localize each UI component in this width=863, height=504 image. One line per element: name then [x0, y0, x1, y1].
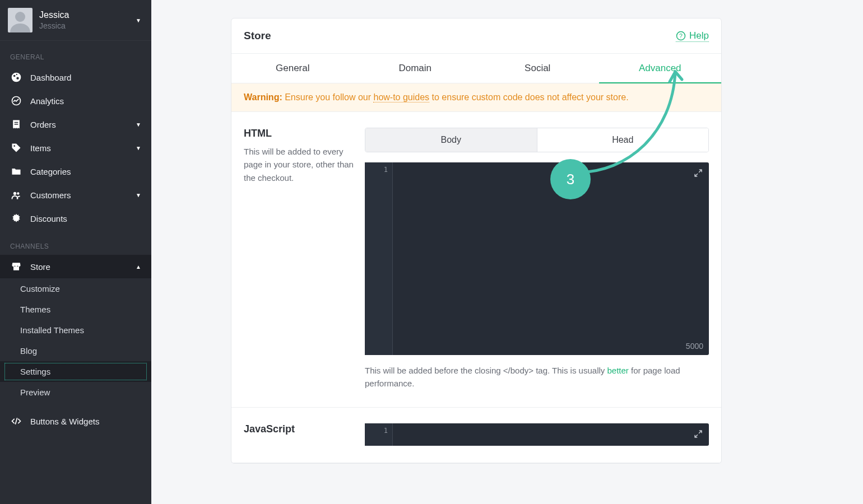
sidebar-item-label: Store: [30, 262, 50, 272]
subnav-customize[interactable]: Customize: [0, 278, 151, 299]
tab-label: Social: [525, 63, 550, 73]
subnav-settings[interactable]: Settings: [0, 361, 151, 382]
chevron-down-icon: ▼: [136, 17, 141, 24]
code-body[interactable]: [393, 423, 709, 446]
subnav-label: Blog: [20, 346, 37, 356]
sidebar-item-label: Discounts: [30, 214, 67, 223]
subnav-installed-themes[interactable]: Installed Themes: [0, 320, 151, 340]
sidebar-item-label: Dashboard: [30, 73, 71, 82]
tab-advanced[interactable]: Advanced: [599, 54, 722, 83]
svg-rect-7: [15, 122, 18, 123]
sidebar-item-label: Items: [30, 143, 51, 153]
sidebar-item-discounts[interactable]: Discounts: [0, 207, 151, 230]
svg-rect-12: [13, 267, 19, 270]
sidebar-item-label: Buttons & Widgets: [30, 417, 99, 426]
segment-head[interactable]: Head: [537, 128, 709, 152]
subnav-label: Preview: [20, 388, 50, 397]
svg-point-0: [15, 12, 25, 22]
svg-point-5: [16, 74, 17, 75]
tab-label: Advanced: [639, 63, 681, 73]
tabs: General Domain Social Advanced: [231, 54, 721, 83]
user-menu[interactable]: Jessica Jessica ▼: [0, 0, 151, 41]
subnav-blog[interactable]: Blog: [0, 340, 151, 361]
subnav-themes[interactable]: Themes: [0, 299, 151, 320]
chevron-down-icon: ▼: [136, 122, 141, 128]
segment-body[interactable]: Body: [365, 128, 537, 152]
burst-icon: [10, 212, 22, 225]
tag-icon: [10, 142, 22, 154]
code-body[interactable]: [393, 162, 709, 355]
js-section-left: JavaScript: [244, 423, 365, 446]
char-counter: 5000: [686, 342, 703, 351]
globe-icon: [10, 71, 22, 83]
body-head-segmented: Body Head: [365, 128, 709, 152]
sidebar-item-customers[interactable]: Customers ▼: [0, 183, 151, 207]
html-section-right: Body Head 1 5000 This will be added befo…: [365, 128, 709, 390]
line-number: 1: [384, 427, 388, 435]
svg-point-3: [13, 75, 16, 77]
expand-icon[interactable]: [693, 168, 703, 178]
tab-label: General: [276, 63, 309, 73]
analytics-icon: [10, 95, 22, 107]
section-label-general: GENERAL: [0, 41, 151, 66]
tab-social[interactable]: Social: [476, 54, 599, 83]
better-link[interactable]: better: [607, 366, 628, 375]
js-section-right: 1: [365, 423, 709, 446]
tab-general[interactable]: General: [231, 54, 354, 83]
js-code-editor[interactable]: 1: [365, 423, 709, 446]
chevron-down-icon: ▼: [136, 145, 141, 151]
segment-label: Head: [612, 135, 633, 144]
tab-domain[interactable]: Domain: [354, 54, 477, 83]
sidebar-item-label: Orders: [30, 120, 56, 129]
js-section: JavaScript 1: [231, 408, 721, 463]
annotation-step-badge: 3: [550, 159, 591, 199]
html-code-editor[interactable]: 1 5000: [365, 162, 709, 355]
folder-icon: [10, 165, 22, 178]
section-label-channels: CHANNELS: [0, 230, 151, 255]
sidebar-item-label: Customers: [30, 190, 71, 200]
sidebar: Jessica Jessica ▼ GENERAL Dashboard Anal…: [0, 0, 151, 504]
svg-point-11: [17, 192, 19, 194]
code-gutter: 1: [365, 423, 393, 446]
sidebar-item-dashboard[interactable]: Dashboard: [0, 66, 151, 89]
sidebar-item-label: Categories: [30, 167, 71, 176]
help-link[interactable]: ? Help: [676, 30, 709, 42]
sidebar-item-categories[interactable]: Categories: [0, 160, 151, 183]
code-gutter: 1: [365, 162, 393, 355]
subnav-label: Customize: [20, 284, 60, 293]
user-subtitle: Jessica: [39, 21, 69, 30]
html-section-desc: This will be added to every page in your…: [244, 145, 354, 184]
user-name: Jessica: [39, 10, 69, 20]
svg-text:?: ?: [679, 32, 683, 39]
warning-text-after: to ensure custom code does not affect yo…: [429, 92, 628, 102]
subnav-label: Themes: [20, 305, 50, 314]
subnav-label: Installed Themes: [20, 325, 84, 335]
hint-before: This will be added before the closing </…: [365, 366, 607, 375]
sidebar-item-buttons-widgets[interactable]: Buttons & Widgets: [0, 409, 151, 433]
warning-label: Warning:: [244, 92, 282, 102]
code-icon: [10, 415, 22, 427]
sidebar-item-items[interactable]: Items ▼: [0, 136, 151, 160]
warning-text-before: Ensure you follow our: [282, 92, 374, 102]
svg-rect-8: [15, 124, 18, 125]
html-section: HTML This will be added to every page in…: [231, 112, 721, 408]
user-text: Jessica Jessica: [39, 10, 69, 30]
page-title: Store: [244, 30, 271, 42]
store-icon: [10, 260, 22, 273]
sidebar-item-orders[interactable]: Orders ▼: [0, 113, 151, 136]
howto-guides-link[interactable]: how-to guides: [373, 92, 429, 102]
html-section-left: HTML This will be added to every page in…: [244, 128, 365, 390]
js-section-title: JavaScript: [244, 423, 354, 435]
subnav-label: Settings: [20, 367, 50, 376]
card-header: Store ? Help: [231, 18, 721, 54]
receipt-icon: [10, 118, 22, 130]
segment-label: Body: [441, 135, 461, 144]
sidebar-item-analytics[interactable]: Analytics: [0, 89, 151, 113]
svg-point-10: [13, 192, 16, 195]
html-section-title: HTML: [244, 128, 354, 139]
sidebar-item-label: Analytics: [30, 96, 64, 106]
subnav-preview[interactable]: Preview: [0, 382, 151, 403]
sidebar-item-store[interactable]: Store ▲: [0, 255, 151, 278]
expand-icon[interactable]: [693, 429, 703, 439]
svg-point-4: [16, 77, 18, 80]
